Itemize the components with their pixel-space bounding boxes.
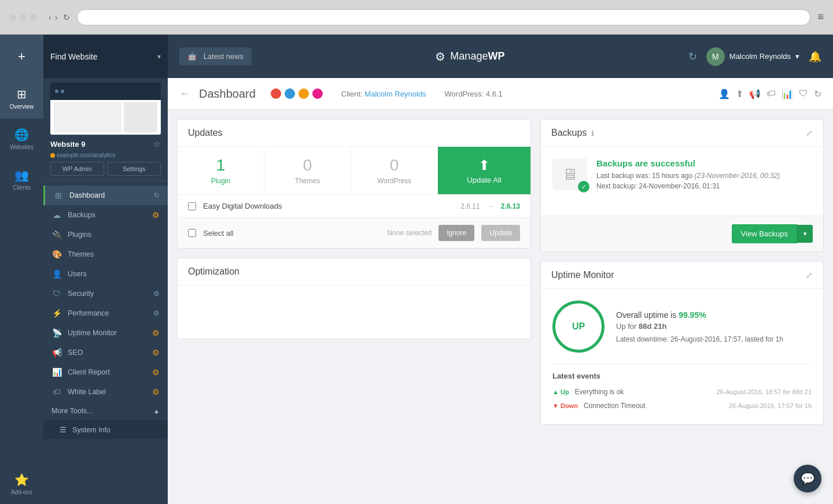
header-refresh-icon[interactable]: ↻	[688, 50, 697, 63]
rail-addons-label: Add-ons	[11, 489, 32, 495]
thumb-content	[50, 100, 161, 135]
back-arrow[interactable]: ‹	[49, 13, 51, 22]
news-badge[interactable]: 🤖 Latest news	[179, 47, 252, 65]
rail-overview-label: Overview	[10, 103, 34, 110]
header-chart-icon[interactable]: 📊	[782, 88, 793, 99]
sidebar-item-users[interactable]: 👤 Users	[43, 264, 168, 284]
color-dot-blue[interactable]	[285, 88, 295, 99]
more-tools-collapse-icon: ▲	[153, 407, 160, 414]
view-backups-button[interactable]: View Backups ▾	[732, 224, 813, 243]
wp-admin-button[interactable]: WP Admin	[50, 162, 104, 176]
thumb-dot-2	[61, 90, 64, 93]
rail-item-websites[interactable]: 🌐 Websites	[0, 118, 43, 159]
optimization-title: Optimization	[188, 266, 239, 277]
wordpress-count: 0	[360, 156, 428, 175]
chat-bubble[interactable]: 💬	[794, 465, 821, 492]
sidebar-header[interactable]: Find Website ▾	[43, 35, 168, 78]
update-all-icon: ⬆	[478, 157, 490, 173]
backups-expand-icon[interactable]: ⤢	[806, 128, 813, 138]
icon-rail: + ⊞ Overview 🌐 Websites 👥 Clients ⭐ Add-…	[0, 35, 43, 504]
rail-item-overview[interactable]: ⊞ Overview	[0, 78, 43, 118]
header-tag-icon[interactable]: 🏷	[766, 88, 776, 99]
sidebar-item-themes[interactable]: 🎨 Themes	[43, 244, 168, 264]
sidebar-item-plugins[interactable]: 🔌 Plugins	[43, 225, 168, 244]
select-all-checkbox[interactable]	[188, 229, 196, 237]
color-dot-red[interactable]	[271, 88, 281, 99]
header-upload-icon[interactable]: ⬆	[736, 88, 743, 99]
traffic-light-2	[20, 14, 27, 21]
header-refresh-icon[interactable]: ↻	[814, 88, 821, 99]
sidebar-item-uptime[interactable]: 📡 Uptime Monitor ⚙	[43, 323, 168, 343]
thumb-col-side	[124, 102, 157, 132]
rail-add-button[interactable]: +	[0, 35, 43, 78]
server-icon: 🖥	[562, 165, 578, 184]
add-icon: +	[18, 49, 25, 64]
dashboard-area: ← Dashboard Client: Malcolm Reynolds Wor…	[168, 78, 833, 504]
wp-version-info: WordPress: 4.6.1	[445, 90, 503, 98]
latest-downtime-time: 26-August-2016, 17:57, lasted for 1h	[670, 335, 783, 343]
settings-button[interactable]: Settings	[108, 162, 161, 176]
website-name: Website 9	[50, 140, 85, 149]
backup-status: 🖥 ✓ Backups are successful Last backup w…	[552, 158, 812, 192]
sidebar-client-report-label: Client Report	[68, 368, 146, 376]
sidebar-item-backups[interactable]: ☁ Backups ⚙	[43, 205, 168, 225]
wordpress-stat[interactable]: 0 WordPress	[351, 147, 438, 194]
themes-count: 0	[274, 156, 341, 175]
up-for-label: Up for	[616, 322, 636, 331]
backups-nav-icon: ☁	[51, 210, 62, 220]
optimization-card: Optimization	[177, 258, 531, 339]
more-tools-label: More Tools...	[51, 407, 93, 415]
uptime-expand-icon[interactable]: ⤢	[806, 270, 813, 280]
user-menu[interactable]: M Malcolm Reynolds ▾	[706, 47, 799, 66]
rail-item-clients[interactable]: 👥 Clients	[0, 159, 43, 199]
color-dot-pink[interactable]	[312, 88, 323, 99]
view-backups-main-btn[interactable]: View Backups	[732, 224, 797, 243]
update-all-button[interactable]: ⬆ Update All	[438, 147, 530, 194]
update-button[interactable]: Update	[481, 225, 520, 241]
sidebar-item-white-label[interactable]: 🏷 White Label ⚙	[43, 382, 168, 402]
view-backups-dropdown-btn[interactable]: ▾	[797, 225, 813, 243]
sidebar-item-performance[interactable]: ⚡ Performance ⚙	[43, 303, 168, 323]
browser-refresh[interactable]: ↻	[63, 13, 70, 22]
backups-info-icon[interactable]: ℹ	[591, 129, 594, 138]
sidebar-item-client-report[interactable]: 📊 Client Report ⚙	[43, 362, 168, 382]
backup-check-badge: ✓	[578, 181, 589, 192]
header-announce-icon[interactable]: 📢	[749, 88, 761, 99]
sidebar-item-dashboard[interactable]: ⊞ Dashboard ↻	[43, 186, 168, 205]
latest-events-title: Latest events	[552, 364, 812, 380]
event-down-time: 26-August-2016, 17:57 for 1h	[729, 402, 812, 409]
color-dots	[271, 88, 323, 99]
client-label: Client:	[341, 90, 363, 98]
uptime-card: Uptime Monitor ⤢ UP Overall uptime is 99…	[540, 261, 824, 425]
header-shield-icon[interactable]: 🛡	[799, 88, 808, 99]
update-row-checkbox[interactable]	[188, 202, 196, 210]
sidebar-item-seo[interactable]: 📢 SEO ⚙	[43, 343, 168, 362]
thumb-header	[50, 83, 161, 100]
latest-downtime: Latest downtime: 26-August-2016, 17:57, …	[616, 335, 812, 343]
forward-arrow[interactable]: ›	[55, 13, 58, 22]
latest-events: Latest events ▲ Up Everything is ok 26-A…	[552, 364, 812, 413]
color-dot-orange[interactable]	[298, 88, 309, 99]
dashboard-icon: ⊞	[53, 191, 64, 200]
back-button[interactable]: ←	[179, 88, 190, 100]
plugin-stat[interactable]: 1 Plugin	[178, 147, 264, 194]
address-bar[interactable]	[77, 9, 810, 25]
rail-item-addons[interactable]: ⭐ Add-ons	[0, 464, 43, 504]
sidebar-item-security[interactable]: 🛡 Security ⚙	[43, 284, 168, 303]
last-backup-label: Last backup was:	[596, 172, 650, 180]
more-tools-section[interactable]: More Tools... ▲	[43, 402, 168, 420]
plugin-count: 1	[187, 156, 255, 175]
sidebar-item-system-info[interactable]: ☰ System Info	[43, 420, 168, 439]
client-name-link[interactable]: Malcolm Reynolds	[364, 90, 426, 98]
version-arrow: →	[487, 202, 494, 210]
bell-icon[interactable]: 🔔	[809, 50, 821, 63]
websites-icon: 🌐	[14, 128, 29, 142]
themes-stat[interactable]: 0 Themes	[264, 147, 351, 194]
up-duration-val: 88d 21h	[639, 322, 666, 331]
browser-menu-icon[interactable]: ≡	[817, 11, 824, 23]
uptime-stats: Overall uptime is 99.95% Up for 88d 21h …	[616, 310, 812, 343]
performance-gear-icon: ⚙	[153, 309, 160, 317]
ignore-button[interactable]: Ignore	[438, 225, 474, 241]
favorite-star-icon[interactable]: ☆	[153, 139, 161, 149]
header-user-icon[interactable]: 👤	[718, 88, 730, 99]
